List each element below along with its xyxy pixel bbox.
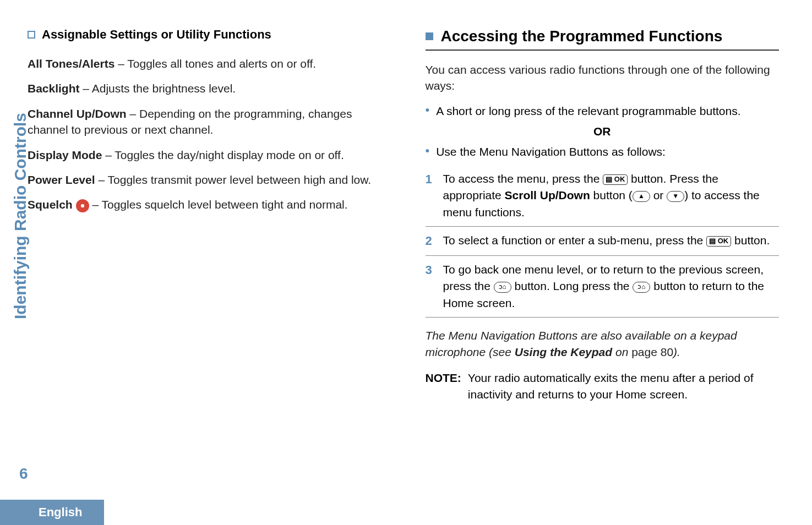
note-label: NOTE: (426, 370, 461, 403)
or-separator: OR (426, 125, 780, 138)
entry-power-label: Power Level (28, 173, 95, 186)
bullet1-text: A short or long press of the relevant pr… (436, 103, 740, 119)
entry-backlight: Backlight – Adjusts the brightness level… (28, 80, 382, 96)
bullet-short-long-press: • A short or long press of the relevant … (426, 103, 780, 119)
step-2-text: To select a function or enter a sub-menu… (443, 232, 770, 250)
step1-scroll-bold: Scroll Up/Down (505, 189, 590, 201)
entry-display-label: Display Mode (28, 149, 102, 161)
entry-channel: Channel Up/Down – Depending on the progr… (28, 106, 382, 138)
entry-display: Display Mode – Toggles the day/night dis… (28, 147, 382, 163)
step1-d: or (650, 189, 667, 201)
bullet-dot-icon: • (426, 144, 430, 160)
back-home-icon: ᴐ⌂ (494, 282, 511, 293)
menu-note-bold: Using the Keypad (515, 346, 612, 358)
outline-square-icon (28, 31, 35, 39)
sidebar-chapter-label: Identifying Radio Controls (11, 113, 30, 319)
step-3-number: 3 (426, 261, 435, 311)
menu-note-c: ). (673, 346, 680, 358)
left-column: Assignable Settings or Utility Functions… (28, 28, 382, 403)
step1-a: To access the menu, press the (443, 172, 603, 185)
menu-note-page: page 80 (631, 346, 673, 358)
accessing-functions-heading: Accessing the Programmed Functions (426, 28, 780, 51)
step-3-text: To go back one menu level, or to return … (443, 261, 780, 311)
entry-all-tones: All Tones/Alerts – Toggles all tones and… (28, 56, 382, 72)
entry-all-tones-label: All Tones/Alerts (28, 57, 115, 70)
right-column: Accessing the Programmed Functions You c… (426, 28, 780, 403)
step2-b: button. (731, 234, 770, 247)
entry-power: Power Level – Toggles transmit power lev… (28, 172, 382, 188)
entry-channel-label: Channel Up/Down (28, 107, 127, 120)
entry-squelch-desc: – Toggles squelch level between tight an… (92, 198, 347, 211)
intro-text: You can access various radio functions t… (426, 62, 780, 94)
step1-c: button ( (590, 189, 633, 201)
scroll-up-icon: ▲ (633, 191, 650, 202)
entry-display-desc: – Toggles the day/night display mode on … (102, 149, 344, 161)
entry-squelch: Squelch – Toggles squelch level between … (28, 196, 382, 212)
page-number: 6 (19, 465, 28, 483)
assignable-settings-title: Assignable Settings or Utility Functions (28, 28, 382, 42)
bullet2-text: Use the Menu Navigation Buttons as follo… (436, 144, 666, 160)
assignable-settings-title-text: Assignable Settings or Utility Functions (42, 28, 271, 42)
scroll-down-icon: ▼ (667, 191, 684, 202)
entry-all-tones-desc: – Toggles all tones and alerts on or off… (115, 57, 316, 70)
accessing-functions-heading-text: Accessing the Programmed Functions (441, 28, 723, 45)
language-tab: English (0, 500, 104, 525)
step-1-number: 1 (426, 171, 435, 221)
step-1: 1 To access the menu, press the ▤ OK but… (426, 165, 780, 227)
entry-power-desc: – Toggles transmit power level between h… (95, 173, 372, 186)
menu-note-b: on (612, 346, 631, 358)
step-2-number: 2 (426, 232, 435, 250)
back-home-icon: ᴐ⌂ (633, 282, 650, 293)
step-1-text: To access the menu, press the ▤ OK butto… (443, 171, 780, 221)
bullet-menu-nav: • Use the Menu Navigation Buttons as fol… (426, 144, 780, 160)
menu-nav-note: The Menu Navigation Buttons are also ava… (426, 327, 780, 360)
note-row: NOTE: Your radio automatically exits the… (426, 370, 780, 403)
step-2: 2 To select a function or enter a sub-me… (426, 227, 780, 256)
ok-button-icon: ▤ OK (706, 236, 731, 247)
entry-squelch-label: Squelch (28, 198, 73, 211)
step3-b: button. Long press the (511, 280, 633, 292)
filled-square-icon (426, 32, 433, 40)
step2-a: To select a function or enter a sub-menu… (443, 234, 707, 247)
ok-button-icon: ▤ OK (603, 174, 628, 185)
entry-backlight-desc: – Adjusts the brightness level. (80, 82, 236, 95)
entry-backlight-label: Backlight (28, 82, 80, 95)
note-text: Your radio automatically exits the menu … (468, 370, 779, 403)
bullet-dot-icon: • (426, 103, 430, 119)
squelch-circle-icon (76, 199, 89, 212)
step-3: 3 To go back one menu level, or to retur… (426, 256, 780, 318)
